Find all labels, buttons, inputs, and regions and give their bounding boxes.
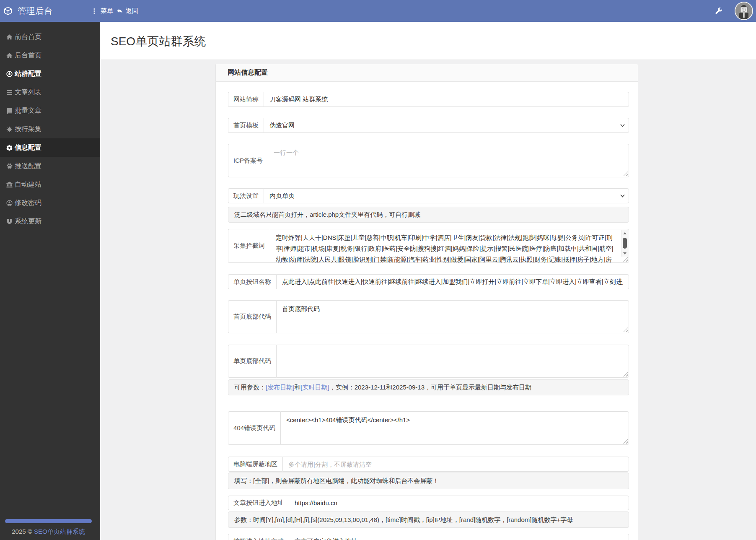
help-prefix: 可用参数：: [234, 383, 266, 392]
date-params-help: 可用参数：[发布日期]和[实时日期]，实例：2023-12-11和2025-09…: [228, 379, 629, 395]
sidebar-item-change-password[interactable]: 修改密码: [0, 194, 100, 212]
sidebar-item-sitegroup-config[interactable]: 站群配置: [0, 65, 100, 83]
button-names-field: [276, 274, 629, 289]
back-button[interactable]: 返回: [117, 0, 138, 22]
page-footer-code-row: 单页底部代码: [228, 345, 629, 378]
icp-row: ICP备案号: [228, 144, 629, 177]
article-url-field: [289, 496, 629, 510]
enter-mode-label: 按钮进入地址方式: [228, 534, 289, 540]
icp-label: ICP备案号: [228, 144, 268, 177]
footer-link[interactable]: SEO单页站群系统: [34, 528, 85, 535]
page-footer-code-field: [276, 345, 629, 378]
article-url-help: 参数：时间[Y],[m],[d],[H],[i],[s](2025,09,13,…: [228, 511, 629, 528]
sidebar-item-auto-build[interactable]: 自动建站: [0, 175, 100, 194]
home-icon: [5, 34, 14, 41]
button-names-label: 单页按钮名称: [228, 274, 276, 289]
back-label: 返回: [126, 7, 138, 15]
block-words-field: [270, 229, 629, 263]
home-footer-code-field: [276, 300, 629, 333]
button-names-row: 单页按钮名称: [228, 274, 629, 289]
pc-block-row: 电脑端屏蔽地区: [228, 457, 629, 472]
block-words-label: 采集拦截词: [228, 229, 270, 263]
icp-textarea[interactable]: [268, 144, 629, 177]
avatar-image: [735, 3, 752, 19]
sidebar-item-line-collect[interactable]: 按行采集: [0, 120, 100, 138]
scroll-up-icon[interactable]: [621, 230, 628, 236]
home-footer-code-textarea[interactable]: [277, 301, 629, 333]
sidebar-item-article-list[interactable]: 文章列表: [0, 83, 100, 101]
asterisk-icon: [5, 126, 14, 133]
user-circle-icon: [5, 200, 14, 207]
card-header: 网站信息配置: [216, 64, 638, 82]
pc-block-help: 填写：[全部]，则会屏蔽所有地区电脑端，此功能对蜘蛛和后台不会屏蔽！: [228, 472, 629, 489]
gear-icon: [5, 144, 14, 151]
bank-icon: [5, 181, 14, 188]
play-mode-row: 玩法设置 内页单页: [228, 188, 629, 203]
block-words-row: 采集拦截词: [228, 229, 629, 263]
book-icon: [5, 107, 14, 114]
home-icon: [5, 52, 14, 59]
back-arrow-icon: [117, 8, 123, 14]
sidebar-item-front-home[interactable]: 前台首页: [0, 28, 100, 46]
enter-mode-select[interactable]: 文章可自定义进入地址: [289, 534, 629, 540]
home-footer-code-row: 首页底部代码: [228, 300, 629, 333]
article-url-input[interactable]: [289, 496, 629, 510]
magnet-icon: [5, 218, 14, 225]
button-names-input[interactable]: [277, 275, 629, 289]
play-mode-value: 内页单页: [269, 192, 295, 200]
menu-toggle-button[interactable]: 菜单: [91, 0, 113, 22]
chevron-down-icon: [620, 194, 625, 197]
realtime-date-link[interactable]: [实时日期]: [300, 383, 329, 392]
sidebar-item-info-config[interactable]: 信息配置: [0, 138, 100, 157]
pc-block-field: [282, 457, 629, 472]
play-mode-help: 泛二级域名只能首页打开，article.php文件夹里有代码，可自行删减: [228, 207, 629, 223]
footer-year: 2025 ©: [12, 528, 34, 535]
article-url-row: 文章按钮进入地址: [228, 496, 629, 510]
block-words-textarea[interactable]: [270, 229, 629, 262]
pc-block-input[interactable]: [283, 457, 629, 471]
home-footer-code-label: 首页底部代码: [228, 300, 276, 333]
enter-mode-row: 按钮进入地址方式 文章可自定义进入地址: [228, 534, 629, 540]
sidebar-scroll-bar[interactable]: [5, 519, 92, 523]
app-title: 管理后台: [18, 5, 53, 17]
card-title: 网站信息配置: [228, 68, 268, 77]
list-icon: [5, 89, 14, 96]
article-url-label: 文章按钮进入地址: [228, 496, 289, 510]
wrench-icon[interactable]: [715, 7, 722, 15]
menu-bars-icon: [91, 8, 98, 14]
home-template-row: 首页模板 伪造官网: [228, 118, 629, 133]
help-mid: 和: [294, 383, 300, 392]
page-title: SEO单页站群系统: [111, 34, 206, 49]
scroll-down-icon[interactable]: [621, 250, 628, 257]
cube-logo-icon: [3, 6, 13, 16]
error404-textarea[interactable]: [281, 412, 629, 444]
page-footer-code-textarea[interactable]: [277, 345, 629, 377]
page-footer-code-label: 单页底部代码: [228, 345, 276, 378]
error404-label: 404错误页代码: [228, 411, 280, 445]
sidebar-menu: 前台首页 后台首页 站群配置 文章列表 批量文章: [0, 22, 100, 231]
sidebar: 前台首页 后台首页 站群配置 文章列表 批量文章: [0, 22, 100, 540]
chrome-circle-icon: [5, 70, 14, 78]
sidebar-item-admin-home[interactable]: 后台首页: [0, 46, 100, 65]
sidebar-item-system-update[interactable]: 系统更新: [0, 212, 100, 231]
sidebar-item-batch-articles[interactable]: 批量文章: [0, 101, 100, 120]
page-header: SEO单页站群系统: [100, 22, 756, 60]
help-suffix: ，实例：2023-12-11和2025-09-13，可用于单页显示最新日期与发布…: [329, 383, 531, 392]
top-bar: 管理后台 菜单 返回: [0, 0, 756, 22]
site-info-config-card: 网站信息配置 网站简称 首页模板 伪造官网 ICP备案号 玩法设置 内页单页 泛…: [215, 64, 638, 540]
pc-block-label: 电脑端屏蔽地区: [228, 457, 282, 472]
publish-date-link[interactable]: [发布日期]: [266, 383, 294, 392]
user-avatar[interactable]: [735, 2, 753, 20]
scrollbar-thumb[interactable]: [623, 238, 627, 249]
home-template-value: 伪造官网: [269, 122, 295, 130]
site-name-label: 网站简称: [228, 92, 264, 107]
error404-row: 404错误页代码: [228, 411, 629, 445]
brand: 管理后台: [3, 0, 53, 22]
paw-icon: [5, 163, 14, 170]
textarea-scrollbar[interactable]: [621, 230, 628, 257]
play-mode-select[interactable]: 内页单页: [264, 188, 629, 203]
error404-field: [280, 411, 629, 445]
home-template-select[interactable]: 伪造官网: [264, 118, 629, 133]
site-name-input[interactable]: [264, 92, 629, 106]
sidebar-item-push-config[interactable]: 推送配置: [0, 157, 100, 175]
